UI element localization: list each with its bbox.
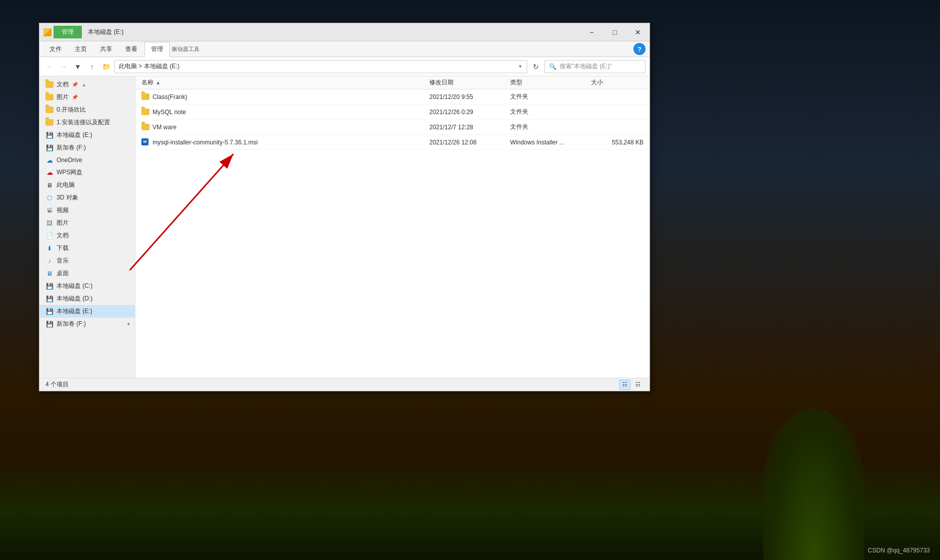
file-type-mysql-installer: Windows Installer ... (506, 139, 587, 146)
sidebar-item-startup[interactable]: 0.开场吹比 (39, 104, 135, 116)
back-button[interactable]: ← (43, 61, 56, 73)
sidebar-item-downloads[interactable]: ⬇ 下载 (39, 242, 135, 254)
sidebar-item-new-vol[interactable]: 💾 新加卷 (F:) (39, 141, 135, 154)
sidebar-item-desktop[interactable]: 🖥 桌面 (39, 267, 135, 280)
sidebar-label-disk-d: 本地磁盘 (D:) (57, 294, 92, 303)
file-date-vm-ware: 2021/12/7 12:28 (425, 124, 506, 131)
sidebar-label-video: 视频 (57, 206, 69, 215)
sidebar-item-disk-e2[interactable]: 💾 本地磁盘 (E:) (39, 305, 135, 318)
status-bar: 4 个项目 ☷ ☷ (39, 378, 650, 391)
sidebar-label-disk-e: 本地磁盘 (E:) (57, 131, 92, 139)
drive-icon-e: 💾 (45, 131, 54, 139)
sidebar-label-documents2: 文档 (57, 231, 69, 240)
music-icon: ♪ (45, 257, 54, 265)
onedrive-icon: ☁ (45, 156, 54, 164)
column-headers: 名称 ▲ 修改日期 类型 大小 (135, 76, 650, 89)
search-box[interactable]: 🔍 搜索"本地磁盘 (E:)" (545, 60, 646, 73)
pin-icon: 📌 (72, 82, 78, 87)
background-tree (763, 409, 864, 560)
sidebar-item-install[interactable]: 1.安装连接以及配置 (39, 116, 135, 129)
minimize-button[interactable]: − (580, 23, 603, 41)
ribbon-tab-manage[interactable]: 管理 (54, 26, 82, 38)
file-row-mysql-installer[interactable]: M mysql-installer-community-5.7.36.1.msi… (135, 135, 650, 150)
sidebar-item-3d[interactable]: ⬡ 3D 对象 (39, 191, 135, 204)
pin-icon-pictures: 📌 (72, 94, 78, 100)
col-header-date[interactable]: 修改日期 (425, 76, 506, 89)
col-header-size[interactable]: 大小 (587, 76, 648, 89)
sidebar-item-disk-d[interactable]: 💾 本地磁盘 (D:) (39, 292, 135, 305)
file-row-mysql-note[interactable]: MySQL note 2021/12/26 0:29 文件夹 (135, 105, 650, 120)
watermark: CSDN @qq_48795733 (868, 547, 930, 554)
file-row-vm-ware[interactable]: VM ware 2021/12/7 12:28 文件夹 (135, 120, 650, 135)
desktop-icon: 🖥 (45, 270, 54, 278)
file-date-mysql-note: 2021/12/26 0:29 (425, 109, 506, 116)
sidebar-item-disk-c[interactable]: 💾 本地磁盘 (C:) (39, 280, 135, 292)
refresh-button[interactable]: ↻ (529, 60, 542, 73)
col-header-name[interactable]: 名称 ▲ (137, 76, 425, 89)
maximize-button[interactable]: □ (603, 23, 626, 41)
sidebar-item-documents[interactable]: 文档 📌 ▲ (39, 78, 135, 91)
help-button[interactable]: ? (633, 43, 646, 55)
title-path: 本地磁盘 (E:) (88, 28, 124, 36)
address-path-box[interactable]: 此电脑 > 本地磁盘 (E:) ▼ (114, 60, 527, 73)
sidebar-label-wps: WPS网盘 (57, 168, 82, 177)
title-bar-left: 管理 本地磁盘 (E:) (39, 26, 580, 38)
sidebar-item-music[interactable]: ♪ 音乐 (39, 254, 135, 267)
sidebar-item-new-vol2[interactable]: 💾 新加卷 (F:) ▼ (39, 318, 135, 330)
search-placeholder: 搜索"本地磁盘 (E:)" (560, 62, 612, 71)
search-icon: 🔍 (549, 63, 557, 70)
thispc-icon: 🖥 (45, 181, 54, 189)
sidebar-label-new-vol: 新加卷 (F:) (57, 143, 86, 152)
sidebar-label-music: 音乐 (57, 257, 69, 265)
large-icon-view-button[interactable]: ☷ (632, 380, 644, 390)
sidebar-item-pictures2[interactable]: 🖼 图片 (39, 217, 135, 229)
file-type-class-frank: 文件夹 (506, 92, 587, 101)
sidebar-item-documents2[interactable]: 📄 文档 (39, 229, 135, 242)
address-dropdown-icon[interactable]: ▼ (518, 64, 523, 69)
folder-icon-pictures (45, 93, 54, 101)
up-button[interactable]: ↑ (86, 61, 98, 73)
forward-button[interactable]: → (58, 61, 70, 73)
col-header-type[interactable]: 类型 (506, 76, 587, 89)
details-view-button[interactable]: ☷ (619, 380, 630, 390)
tab-view[interactable]: 查看 (119, 41, 143, 57)
sidebar-label-desktop: 桌面 (57, 269, 69, 278)
msi-file-icon: M (141, 138, 150, 146)
tab-manage[interactable]: 管理 (144, 42, 170, 57)
file-type-mysql-note: 文件夹 (506, 108, 587, 116)
sidebar-item-onedrive[interactable]: ☁ OneDrive (39, 154, 135, 166)
tab-home[interactable]: 主页 (69, 41, 93, 57)
documents2-icon: 📄 (45, 232, 54, 240)
sidebar-label-startup: 0.开场吹比 (57, 106, 86, 114)
folder-icon-class-frank (141, 93, 150, 100)
close-button[interactable]: ✕ (626, 23, 650, 41)
file-size-mysql-installer: 553,248 KB (587, 139, 648, 146)
address-bar: ← → ▼ ↑ 📁 此电脑 > 本地磁盘 (E:) ▼ ↻ 🔍 搜索"本地磁盘 … (39, 57, 650, 76)
tab-share[interactable]: 共享 (94, 41, 118, 57)
file-name-mysql-installer: M mysql-installer-community-5.7.36.1.msi (137, 138, 425, 146)
sidebar-label-install: 1.安装连接以及配置 (57, 118, 110, 127)
folder-icon-startup (45, 106, 54, 114)
sidebar-item-wps[interactable]: ☁ WPS网盘 (39, 166, 135, 179)
recent-locations-button[interactable]: ▼ (72, 61, 84, 73)
collapse-icon: ▲ (82, 82, 86, 87)
file-row-class-frank[interactable]: Class(Frank) 2021/12/20 9:55 文件夹 (135, 89, 650, 105)
sidebar-item-video[interactable]: 📽 视频 (39, 204, 135, 217)
file-list: Class(Frank) 2021/12/20 9:55 文件夹 MySQL n… (135, 89, 650, 378)
sidebar-label-pictures: 图片 (57, 93, 69, 101)
tab-file[interactable]: 文件 (43, 41, 68, 57)
title-controls: − □ ✕ (580, 23, 650, 41)
sidebar-item-disk-e[interactable]: 💾 本地磁盘 (E:) (39, 129, 135, 141)
sidebar-label-documents: 文档 (57, 80, 69, 89)
title-bar: 管理 本地磁盘 (E:) − □ ✕ (39, 23, 650, 41)
file-name-mysql-note: MySQL note (137, 109, 425, 116)
sidebar-item-thispc[interactable]: 🖥 此电脑 (39, 179, 135, 191)
quick-access-nav-button[interactable]: 📁 (100, 61, 112, 73)
sort-arrow-name: ▲ (156, 80, 161, 85)
sidebar-item-pictures[interactable]: 图片 📌 (39, 91, 135, 104)
disk-d-icon: 💾 (45, 295, 54, 303)
sidebar-label-onedrive: OneDrive (57, 157, 82, 164)
ribbon: 文件 主页 共享 查看 管理 驱动器工具 ? (39, 41, 650, 57)
status-count: 4 个项目 (45, 380, 69, 389)
file-type-vm-ware: 文件夹 (506, 123, 587, 131)
